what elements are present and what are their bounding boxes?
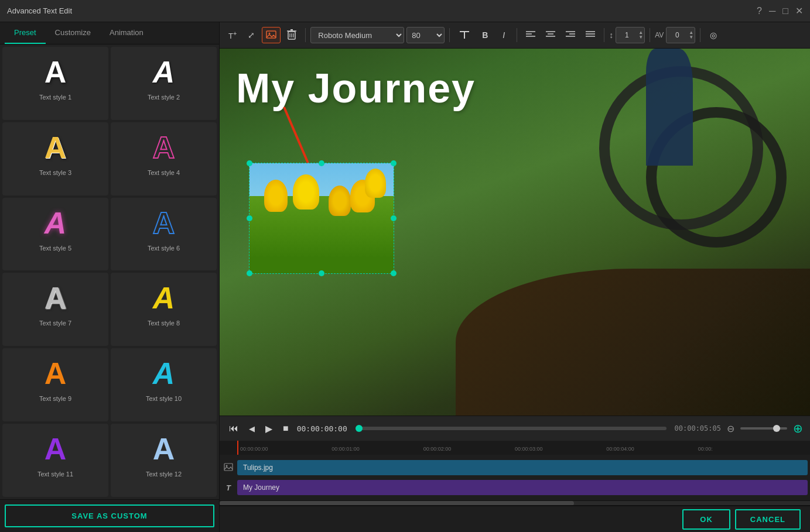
align-right-button[interactable] (562, 27, 579, 43)
char-spacing-group: ▲ ▼ (666, 27, 695, 43)
person-silhouette (646, 49, 693, 166)
left-panel: Preset Customize Animation A Text style … (0, 22, 220, 532)
window-title: Advanced Text Edit (7, 6, 757, 15)
preset-style2[interactable]: A Text style 2 (111, 47, 217, 120)
image-insert-icon (266, 29, 276, 42)
image-overlay-container[interactable] (249, 163, 394, 274)
close-button[interactable]: ✕ (795, 5, 803, 16)
preset-style9[interactable]: A Text style 9 (2, 348, 108, 421)
align-left-button[interactable] (522, 27, 539, 43)
handle-rm[interactable] (391, 215, 397, 221)
divider-1 (305, 28, 306, 42)
track-row-image: Tulips.jpg (220, 458, 810, 477)
char-spacing-down[interactable]: ▼ (688, 35, 695, 40)
delete-icon (287, 29, 296, 42)
preset-style10[interactable]: A Text style 10 (111, 348, 217, 421)
align-center-button[interactable] (542, 27, 559, 43)
preset-label-9: Text style 9 (39, 395, 71, 402)
title-bar: Advanced Text Edit ? ─ □ ✕ (0, 0, 810, 22)
preset-style1[interactable]: A Text style 1 (2, 47, 108, 120)
resize-button[interactable]: ⤢ (243, 27, 259, 43)
preset-label-10: Text style 10 (146, 395, 182, 402)
handle-tm[interactable] (319, 160, 324, 166)
resize-icon: ⤢ (248, 30, 255, 40)
handle-lm[interactable] (247, 215, 252, 221)
handle-br[interactable] (391, 270, 397, 276)
help-button[interactable]: ? (757, 5, 762, 16)
preset-style8[interactable]: A Text style 8 (111, 273, 217, 346)
maximize-button[interactable]: □ (782, 5, 788, 16)
line-spacing-down[interactable]: ▼ (637, 35, 644, 40)
minimize-button[interactable]: ─ (769, 5, 775, 16)
ruler-mark-1: 00:00:01:00 (331, 446, 423, 452)
handle-bm[interactable] (319, 270, 324, 276)
preset-style6[interactable]: A Text style 6 (111, 198, 217, 271)
play-button[interactable]: ▶ (263, 421, 275, 437)
font-selector[interactable]: Roboto Medium (310, 27, 404, 43)
align-justify-icon (586, 30, 595, 40)
ruler-mark-3: 00:00:03:00 (515, 446, 606, 452)
preset-label-7: Text style 7 (39, 320, 71, 327)
preset-letter-12: A (153, 431, 175, 467)
presets-grid: A Text style 1 A Text style 2 A Text sty… (0, 44, 219, 499)
line-spacing-input[interactable] (616, 31, 637, 39)
main-layout: Preset Customize Animation A Text style … (0, 22, 810, 532)
preview-area: My Journey (220, 49, 810, 416)
preset-style4[interactable]: A Text style 4 (111, 122, 217, 195)
bold-button[interactable]: B (477, 27, 493, 43)
save-custom-button[interactable]: SAVE AS CUSTOM (5, 504, 214, 527)
handle-bl[interactable] (247, 270, 252, 276)
toolbar: T+ ⤢ (220, 22, 810, 49)
divider-4 (604, 28, 604, 42)
zoom-slider[interactable] (740, 427, 787, 430)
add-text-button[interactable]: T+ (224, 27, 241, 43)
tab-preset[interactable]: Preset (5, 22, 46, 44)
preset-label-12: Text style 12 (146, 471, 182, 478)
char-spacing-icon: AV (655, 31, 664, 39)
track-content-text[interactable]: My Journey (237, 480, 808, 495)
image-insert-button[interactable] (262, 27, 281, 43)
preset-letter-6: A (153, 205, 175, 241)
prev-frame-button[interactable]: ◀ (247, 422, 257, 435)
timeline-progress-bar[interactable] (356, 427, 667, 430)
ok-button[interactable]: OK (682, 509, 730, 530)
preset-style5[interactable]: A Text style 5 (2, 198, 108, 271)
font-size-selector[interactable]: 80 (406, 27, 445, 43)
preset-letter-7: A (45, 280, 67, 316)
ruler-mark-2: 00:00:02:00 (423, 446, 515, 452)
timeline-scrollbar[interactable] (220, 500, 810, 505)
video-background: My Journey (220, 49, 810, 416)
action-bar: OK CANCEL (220, 505, 810, 532)
add-track-button[interactable]: ⊕ (793, 421, 803, 435)
cancel-button[interactable]: CANCEL (735, 509, 801, 530)
preset-style11[interactable]: A Text style 11 (2, 424, 108, 497)
playhead-line (237, 441, 238, 455)
preset-label-6: Text style 6 (148, 245, 180, 252)
preset-style12[interactable]: A Text style 12 (111, 424, 217, 497)
target-icon: ◎ (710, 30, 717, 40)
playhead-dot (356, 425, 363, 432)
ruler-mark-0: 00:00:00:00 (240, 446, 331, 452)
char-spacing-input[interactable] (667, 31, 688, 39)
rewind-button[interactable]: ⏮ (227, 421, 241, 436)
zoom-out-button[interactable]: ⊖ (727, 423, 734, 434)
text-style-button[interactable] (454, 27, 474, 43)
track-icon-image (220, 462, 237, 473)
tab-animation[interactable]: Animation (100, 22, 153, 44)
preset-style3[interactable]: A Text style 3 (2, 122, 108, 195)
tab-customize[interactable]: Customize (46, 22, 100, 44)
preset-style7[interactable]: A Text style 7 (2, 273, 108, 346)
stop-button[interactable]: ■ (281, 421, 291, 436)
handle-tr[interactable] (391, 160, 397, 166)
preset-label-11: Text style 11 (37, 471, 73, 478)
italic-button[interactable]: I (495, 27, 512, 43)
track-content-image[interactable]: Tulips.jpg (237, 460, 808, 475)
current-time: 00:00:00:00 (297, 424, 347, 433)
divider-5 (650, 28, 650, 42)
timeline-tracks: Tulips.jpg T My Journey (220, 455, 810, 500)
align-justify-button[interactable] (582, 27, 599, 43)
handle-tl[interactable] (247, 160, 252, 166)
target-button[interactable]: ◎ (705, 27, 722, 43)
delete-button[interactable] (283, 27, 300, 43)
preset-letter-10: A (153, 355, 175, 392)
